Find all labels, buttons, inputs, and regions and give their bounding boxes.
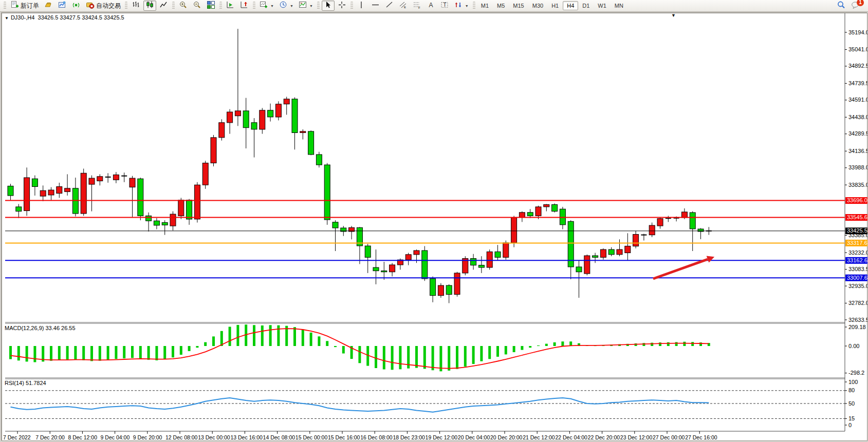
time-tick-label: 14 Dec 08:00 [263,434,296,440]
chart-shift-marker-icon[interactable]: ▼ [671,13,676,18]
candlestick-button[interactable] [143,1,156,11]
timeframe-M15-button[interactable]: M15 [509,1,528,10]
toolbar-separator [473,2,475,10]
templates-button[interactable]: ▼ [297,1,315,11]
trendline-icon [385,1,394,11]
time-tick-label: 15 Dec 00:00 [296,434,328,440]
time-tick-label: 22 Dec 20:00 [588,434,620,440]
zoom-in-button[interactable] [177,1,190,11]
time-tick-label: 7 Dec 2022 [3,434,31,440]
search-button[interactable] [835,1,847,11]
signal-icon [72,1,81,11]
bar-chart-icon [132,1,140,11]
fibonacci-button[interactable]: F [411,1,423,11]
toolbar-grip [4,2,6,10]
svg-text:T: T [443,2,446,8]
charts-button[interactable] [56,1,69,11]
periods-button[interactable]: ▼ [277,1,296,11]
price-badge-label: 33696.0 [847,197,867,203]
time-tick-label: 16 Dec 08:00 [360,434,393,440]
crosshair-button[interactable] [336,1,348,11]
text-label-icon: T [440,1,449,11]
time-tick-label: 23 Dec 12:00 [620,434,653,440]
vertical-line-button[interactable] [355,1,368,11]
svg-text:F: F [418,6,420,9]
crosshair-icon [338,1,346,11]
price-tick-label: 33835.0 [848,182,867,188]
time-tick-label: 13 Dec 16:00 [230,434,263,440]
chevron-down-icon: ▼ [290,4,293,8]
timeframe-M5-button[interactable]: M5 [493,1,509,10]
period-clock-icon [279,1,288,11]
time-tick-label: 12 Dec 08:00 [165,434,198,440]
price-badge-label: 33317.6 [847,240,867,246]
time-tick-label: 19 Dec 12:00 [426,434,458,440]
price-tick-label: 34591.0 [848,97,867,103]
macd-tick-label: -298.2 [848,370,864,376]
price-tick-label: 32935.0 [848,283,867,289]
new-order-icon [10,1,19,11]
horizontal-line-button[interactable] [369,1,382,11]
time-tick-label: 27 Dec 16:00 [685,434,717,440]
notifications-button[interactable]: 1 [849,1,862,11]
collapse-triangle-icon[interactable]: ▼ [5,16,9,21]
price-tick-label: 32633.5 [848,317,867,323]
trendline-button[interactable] [383,1,396,11]
timeframe-D1-button[interactable]: D1 [578,1,594,10]
price-tick-label: 35041.0 [848,46,867,52]
time-tick-label: 27 Dec 00:00 [653,434,685,440]
vline-icon [357,1,366,11]
price-tick-label: 34739.5 [848,80,867,86]
text-label-button[interactable]: T [438,1,451,11]
signals-button[interactable] [70,1,83,11]
equidistant-channel-button[interactable]: E [397,1,410,11]
timeframe-H4-button[interactable]: H4 [563,1,578,10]
candle-chart-icon [145,1,154,11]
gold-button[interactable] [42,1,55,11]
arrows-icon [454,1,463,11]
timeframe-W1-button[interactable]: W1 [594,1,611,10]
new-chart-button[interactable]: ▼ [257,1,276,11]
chart-canvas[interactable]: 35194.035041.034892.534739.534591.034438… [2,13,867,441]
svg-text:A: A [429,1,433,8]
chart-ohlc-values: 33426.5 33427.5 33424.5 33425.5 [38,14,124,21]
autotrading-button-label: 自动交易 [96,2,121,10]
autotrading-button[interactable]: 自动交易 [84,1,123,11]
time-tick-label: 7 Dec 20:00 [35,434,65,440]
timeframe-M30-button[interactable]: M30 [528,1,547,10]
arrows-button[interactable]: ▼ [452,1,471,11]
time-tick-label: 18 Dec 23:00 [393,434,425,440]
auto-scroll-button[interactable] [224,1,237,11]
autotrading-icon [86,1,95,11]
cursor-button[interactable] [322,1,335,11]
toolbar-separator [253,2,255,10]
toolbar-separator [317,2,320,10]
text-button[interactable]: A [424,1,437,11]
price-badge-label: 33007.6 [847,275,867,281]
chart-shift-button[interactable] [238,1,251,11]
zoom-in-icon [179,1,188,11]
hline-icon [371,1,380,11]
price-badge-label: 33545.6 [847,214,867,220]
cursor-icon [324,1,333,11]
new-chart-icon [260,1,268,11]
timeframe-M1-button[interactable]: M1 [477,1,493,10]
line-chart-button[interactable] [157,1,170,11]
time-tick-label: 22 Dec 04:00 [555,434,587,440]
timeframe-MN-button[interactable]: MN [611,1,627,10]
new-order-button[interactable]: 新订单 [8,1,41,11]
chart-window[interactable]: 35194.035041.034892.534739.534591.034438… [1,12,867,440]
rsi-indicator-label: RSI(14) 51.7824 [5,380,46,386]
text-icon: A [427,1,435,11]
zoom-out-button[interactable] [191,1,204,11]
main-toolbar: 新订单自动交易▼▼▼EFAT▼M1M5M15M30H1H4D1W1MN 1 [0,0,868,12]
channel-icon: E [399,1,408,11]
bar-chart-button[interactable] [130,1,142,11]
tile-windows-icon [207,1,215,11]
time-tick-label: 21 Dec 12:00 [523,434,555,440]
price-tick-label: 34136.5 [848,148,867,154]
timeframe-H1-button[interactable]: H1 [547,1,563,10]
chevron-down-icon: ▼ [465,4,469,8]
charts-icon [58,1,67,11]
tile-windows-button[interactable] [205,1,217,11]
